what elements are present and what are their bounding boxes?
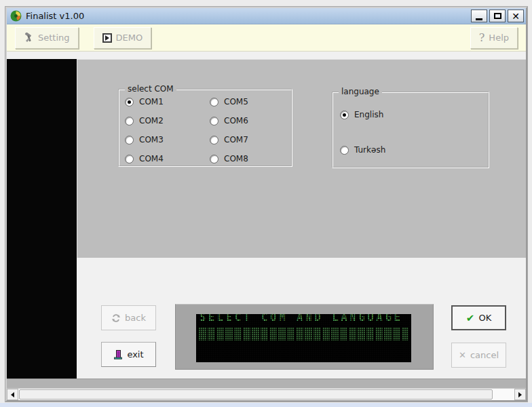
- window-title: Finalist v1.00: [26, 11, 84, 21]
- radio-english[interactable]: English: [340, 110, 383, 119]
- back-button[interactable]: back: [101, 305, 156, 330]
- com6-label: COM6: [224, 116, 248, 125]
- com3-label: COM3: [139, 135, 164, 144]
- content-area: select COM COM1 COM2 COM3: [7, 59, 526, 379]
- language-group-title: language: [339, 87, 382, 96]
- led-dim-row: [199, 328, 408, 341]
- radio-com1[interactable]: COM1: [125, 97, 164, 106]
- form-bottom-strip: [7, 379, 526, 388]
- com2-label: COM2: [139, 116, 164, 125]
- radio-com4[interactable]: COM4: [125, 154, 164, 163]
- maximize-icon: [494, 13, 501, 19]
- app-window: Finalist v1.00 ✕ Setting DEMO ? H: [5, 7, 527, 402]
- radio-turkish[interactable]: Turkəsh: [340, 145, 385, 155]
- led-display-screen: SELECT COM AND LANGUAGE: [196, 314, 411, 362]
- com5-radio-icon[interactable]: [210, 98, 218, 106]
- actions-panel: back exit SELECT COM AND LANGUAGE: [77, 258, 526, 379]
- toolbar: Setting DEMO ? Help: [7, 24, 526, 52]
- english-radio-icon[interactable]: [340, 111, 349, 119]
- ok-check-icon: ✔: [466, 312, 475, 324]
- desktop-background-strip: [0, 403, 532, 407]
- left-black-panel: [7, 59, 77, 379]
- scroll-right-icon: [518, 392, 522, 398]
- demo-button[interactable]: DEMO: [94, 27, 152, 49]
- back-refresh-icon: [111, 313, 121, 323]
- radio-com2[interactable]: COM2: [125, 116, 164, 125]
- main-area: select COM COM1 COM2 COM3: [77, 59, 526, 379]
- ok-button[interactable]: ✔ OK: [451, 305, 506, 330]
- scroll-left-button[interactable]: [7, 389, 18, 400]
- com7-radio-icon[interactable]: [210, 136, 218, 144]
- cancel-button-label: cancel: [470, 350, 499, 360]
- cancel-x-icon: ✕: [459, 350, 466, 360]
- scroll-left-icon: [11, 392, 14, 398]
- close-icon: ✕: [512, 12, 520, 21]
- com8-label: COM8: [224, 154, 248, 163]
- radio-com8[interactable]: COM8: [210, 154, 248, 163]
- title-bar: Finalist v1.00 ✕: [7, 8, 526, 24]
- maximize-button[interactable]: [489, 9, 506, 22]
- com6-radio-icon[interactable]: [210, 117, 218, 125]
- setting-tools-icon: [24, 33, 34, 43]
- cancel-button[interactable]: ✕ cancel: [451, 343, 506, 368]
- com8-radio-icon[interactable]: [210, 155, 218, 163]
- app-icon: [10, 10, 22, 22]
- setting-button-label: Setting: [38, 33, 70, 43]
- scroll-right-button[interactable]: [514, 389, 526, 400]
- minimize-icon: [476, 18, 482, 20]
- close-button[interactable]: ✕: [508, 9, 524, 22]
- help-button[interactable]: ? Help: [470, 27, 518, 49]
- select-com-group-title: select COM: [125, 84, 176, 94]
- settings-panel: select COM COM1 COM2 COM3: [77, 59, 526, 258]
- language-groupbox: language English Turkəsh: [332, 92, 489, 168]
- exit-button-label: exit: [127, 349, 143, 360]
- demo-play-icon: [102, 33, 112, 43]
- help-question-icon: ?: [479, 31, 485, 44]
- com1-radio-icon[interactable]: [125, 98, 134, 106]
- english-label: English: [354, 110, 383, 119]
- radio-com7[interactable]: COM7: [210, 135, 248, 144]
- led-display-text: SELECT COM AND LANGUAGE: [196, 314, 411, 324]
- back-button-label: back: [125, 313, 146, 323]
- help-button-label: Help: [489, 33, 509, 43]
- horizontal-scrollbar[interactable]: [7, 388, 526, 400]
- radio-com5[interactable]: COM5: [210, 97, 248, 106]
- com4-label: COM4: [139, 154, 164, 163]
- com3-radio-icon[interactable]: [125, 136, 134, 144]
- toolbar-gap: [7, 52, 526, 59]
- com4-radio-icon[interactable]: [125, 155, 134, 163]
- ok-button-label: OK: [478, 313, 491, 323]
- com5-label: COM5: [224, 97, 248, 106]
- exit-button[interactable]: exit: [101, 342, 156, 367]
- turkish-radio-icon[interactable]: [340, 146, 349, 155]
- scrollbar-track[interactable]: [18, 389, 514, 400]
- minimize-button[interactable]: [471, 9, 487, 22]
- exit-door-icon: [113, 349, 123, 360]
- scrollbar-thumb[interactable]: [19, 389, 493, 400]
- setting-button[interactable]: Setting: [15, 27, 79, 49]
- demo-button-label: DEMO: [116, 33, 143, 43]
- com2-radio-icon[interactable]: [125, 117, 134, 125]
- radio-com3[interactable]: COM3: [125, 135, 164, 144]
- select-com-groupbox: select COM COM1 COM2 COM3: [118, 89, 292, 167]
- com7-label: COM7: [224, 135, 248, 144]
- radio-com6[interactable]: COM6: [210, 116, 248, 125]
- turkish-label: Turkəsh: [354, 145, 385, 155]
- led-display-bezel: SELECT COM AND LANGUAGE: [175, 304, 434, 370]
- com1-label: COM1: [139, 97, 164, 106]
